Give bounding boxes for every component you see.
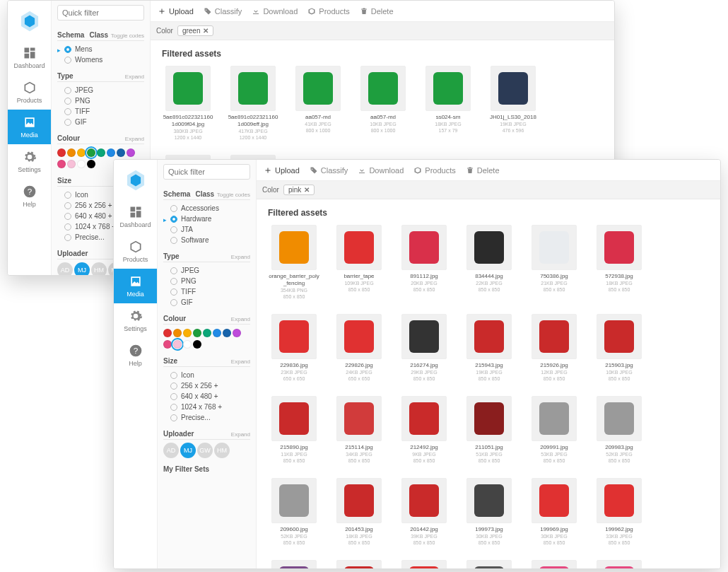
asset-card[interactable]: 215943.jpg 19KB JPEG 850 x 850 <box>463 314 515 382</box>
expand-link[interactable]: Expand <box>125 74 144 80</box>
type-option[interactable]: TIFF <box>64 106 144 117</box>
size-option[interactable]: Icon <box>170 370 250 380</box>
colour-swatch[interactable] <box>173 329 182 337</box>
colour-swatch[interactable] <box>87 160 95 168</box>
colour-swatch[interactable] <box>77 160 86 168</box>
tool-download[interactable]: Download <box>252 7 298 16</box>
asset-card[interactable]: 572938.jpg 18KB JPEG 850 x 850 <box>593 225 645 300</box>
uploader-avatar[interactable]: AD <box>163 443 179 458</box>
asset-card[interactable]: JH01j_LS30_2018 19KB JPEG 476 x 596 <box>487 66 539 141</box>
type-option[interactable]: JPEG <box>170 265 250 276</box>
asset-card[interactable]: 215903.jpg 10KB JPEG 850 x 850 <box>593 314 645 382</box>
asset-card[interactable]: 229826.jpg 24KB JPEG 650 x 650 <box>333 314 385 382</box>
asset-card[interactable]: 209983.jpg 52KB JPEG 850 x 850 <box>593 396 645 464</box>
asset-card[interactable]: 194146.jpg 16KB JPEG 850 x 850 <box>528 560 580 568</box>
toggle-codes-link[interactable]: Toggle codes <box>111 33 144 39</box>
uploader-avatar[interactable]: HM <box>214 443 230 458</box>
colour-swatch[interactable] <box>183 329 192 337</box>
tool-products[interactable]: Products <box>307 7 349 16</box>
asset-card[interactable]: 199969.jpg 30KB JPEG 850 x 850 <box>528 478 580 546</box>
tool-delete[interactable]: Delete <box>360 7 394 16</box>
asset-card[interactable]: 229836.jpg 23KB JPEG 650 x 650 <box>268 314 320 382</box>
expand-link[interactable]: Expand <box>125 136 144 142</box>
colour-swatch[interactable] <box>77 148 86 157</box>
colour-swatch[interactable] <box>67 148 76 157</box>
uploader-avatar[interactable]: AD <box>57 262 73 275</box>
asset-card[interactable]: 215890.jpg 11KB JPEG 850 x 850 <box>268 396 320 464</box>
colour-swatch[interactable] <box>213 329 221 337</box>
tool-upload[interactable]: Upload <box>158 7 194 16</box>
nav-item-dashboard[interactable]: Dashboard <box>8 40 51 75</box>
asset-card[interactable]: 750386.jpg 21KB JPEG 850 x 850 <box>528 225 580 300</box>
colour-swatch[interactable] <box>193 329 201 337</box>
quick-filter-input[interactable] <box>163 164 250 180</box>
class-option[interactable]: Accessories <box>170 203 250 214</box>
asset-card[interactable]: ss024-sm 18KB JPEG 157 x 79 <box>422 66 474 141</box>
nav-item-products[interactable]: Products <box>114 234 157 269</box>
asset-card[interactable]: 212492.jpg 9KB JPEG 850 x 850 <box>398 396 450 464</box>
asset-card[interactable]: 834444.jpg 22KB JPEG 850 x 850 <box>463 225 515 300</box>
type-option[interactable]: PNG <box>170 276 250 286</box>
type-option[interactable]: JPEG <box>64 85 144 95</box>
class-option[interactable]: Womens <box>64 54 144 65</box>
asset-card[interactable]: 201453.jpg 18KB JPEG 850 x 850 <box>333 478 385 546</box>
colour-swatch[interactable] <box>67 160 76 168</box>
expand-link[interactable]: Expand <box>231 254 250 260</box>
asset-card[interactable]: 199973.jpg 30KB JPEG 850 x 850 <box>463 478 515 546</box>
type-option[interactable]: PNG <box>64 95 144 106</box>
nav-item-products[interactable]: Products <box>8 75 51 110</box>
colour-swatch[interactable] <box>163 340 172 349</box>
type-option[interactable]: GIF <box>64 117 144 127</box>
asset-card[interactable]: 211051.jpg 51KB JPEG 850 x 850 <box>463 396 515 464</box>
uploader-avatar[interactable]: HM <box>91 262 107 275</box>
asset-card[interactable]: 5ae891c0223211601d009f04.jpg 380KB JPEG … <box>162 66 214 141</box>
size-option[interactable]: Precise... <box>170 412 250 423</box>
expand-link[interactable]: Expand <box>231 316 250 322</box>
tool-classify[interactable]: Classify <box>204 7 242 16</box>
nav-item-settings[interactable]: Settings <box>8 144 51 179</box>
uploader-avatar[interactable]: GW <box>197 443 213 458</box>
chip-remove-icon[interactable]: ✕ <box>304 186 310 194</box>
colour-swatch[interactable] <box>173 340 182 349</box>
asset-card[interactable]: 209600.jpg 52KB JPEG 850 x 850 <box>268 478 320 546</box>
my-filter-sets[interactable]: My Filter Sets <box>163 461 250 473</box>
asset-card[interactable]: 215926.jpg 12KB JPEG 850 x 850 <box>528 314 580 382</box>
asset-card[interactable]: 5ae891c0223211601d009eff.jpg 417KB JPEG … <box>227 66 279 141</box>
tool-products[interactable]: Products <box>413 166 455 175</box>
filter-chip[interactable]: pink ✕ <box>283 185 315 195</box>
asset-card[interactable]: barrier_tape 109KB JPEG 850 x 850 <box>333 225 385 300</box>
nav-item-help[interactable]: ? Help <box>114 338 157 373</box>
asset-card[interactable]: 891112.jpg 20KB JPEG 850 x 850 <box>398 225 450 300</box>
colour-swatch[interactable] <box>57 160 66 168</box>
asset-card[interactable]: 199962.jpg 33KB JPEG 850 x 850 <box>593 478 645 546</box>
asset-card[interactable]: 195465.jpg 19KB JPEG 850 x 850 <box>398 560 450 568</box>
tool-upload[interactable]: Upload <box>264 166 300 175</box>
nav-item-settings[interactable]: Settings <box>114 303 157 338</box>
asset-card[interactable]: aa057-md 10KB JPEG 800 x 1000 <box>357 66 409 141</box>
asset-card[interactable]: 198319.jpg 44KB JPEG 850 x 850 <box>268 560 320 568</box>
tool-delete[interactable]: Delete <box>466 166 500 175</box>
asset-card[interactable]: 194145.jpg 23KB JPEG 850 x 850 <box>593 560 645 568</box>
class-option[interactable]: ▸Mens <box>64 44 144 54</box>
asset-card[interactable]: aa057-md 41KB JPEG 800 x 1000 <box>292 66 344 141</box>
colour-swatch[interactable] <box>233 329 241 337</box>
class-option[interactable]: JTA <box>170 224 250 235</box>
nav-item-dashboard[interactable]: Dashboard <box>114 199 157 234</box>
colour-swatch[interactable] <box>97 148 105 157</box>
colour-swatch[interactable] <box>203 329 211 337</box>
colour-swatch[interactable] <box>117 148 125 157</box>
expand-link[interactable]: Expand <box>231 358 250 365</box>
tool-download[interactable]: Download <box>358 166 404 175</box>
class-option[interactable]: ▸Hardware <box>170 214 250 224</box>
size-option[interactable]: 256 x 256 + <box>170 380 250 391</box>
asset-card[interactable]: 216274.jpg 29KB JPEG 850 x 850 <box>398 314 450 382</box>
nav-item-media[interactable]: Media <box>8 110 51 144</box>
nav-item-help[interactable]: ? Help <box>8 179 51 214</box>
size-option[interactable]: 1024 x 768 + <box>170 402 250 412</box>
size-option[interactable]: 640 x 480 + <box>170 391 250 402</box>
filter-chip[interactable]: green ✕ <box>177 25 214 36</box>
nav-item-media[interactable]: Media <box>114 269 157 303</box>
colour-swatch[interactable] <box>163 329 172 337</box>
asset-card[interactable]: 201442.jpg 39KB JPEG 850 x 850 <box>398 478 450 546</box>
class-option[interactable]: Software <box>170 235 250 245</box>
